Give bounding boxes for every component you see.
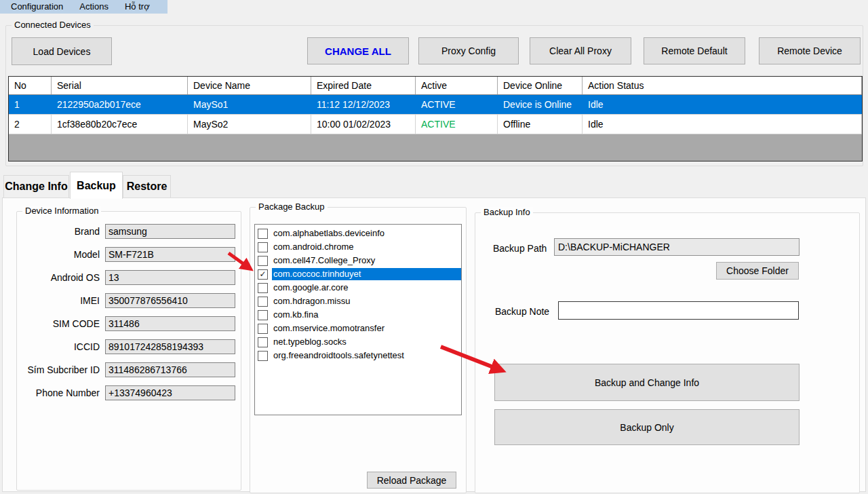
device-field-row: Brand: [17, 224, 235, 239]
package-name: com.hdragon.missu: [272, 295, 461, 307]
table-cell-expired_date: 10:00 01/02/2023: [311, 115, 416, 134]
table-cell-device_name: MaySo1: [188, 95, 311, 114]
device-field-label: Model: [17, 249, 105, 260]
load-devices-button[interactable]: Load Devices: [12, 37, 112, 65]
device-field-row: Phone Number: [17, 385, 235, 400]
package-item[interactable]: com.hdragon.missu: [255, 294, 461, 308]
device-field-value[interactable]: [105, 339, 235, 354]
package-item[interactable]: com.cell47.College_Proxy: [255, 254, 461, 267]
package-item[interactable]: com.kb.fina: [255, 308, 461, 322]
device-field-label: Brand: [17, 226, 105, 237]
table-cell-serial: 2122950a2b017ece: [52, 95, 188, 114]
device-field-row: ICCID: [17, 339, 235, 354]
package-checkbox[interactable]: [258, 229, 268, 239]
package-item[interactable]: com.android.chrome: [255, 240, 461, 254]
menu-bar: ConfigurationActionsHỗ trợ: [0, 0, 868, 14]
table-cell-device_name: MaySo2: [188, 115, 311, 134]
backup-info-title: Backup Info: [481, 207, 533, 218]
device-field-label: Android OS: [17, 272, 105, 283]
package-name: net.typeblog.socks: [272, 336, 461, 348]
backup-and-change-info-button[interactable]: Backup and Change Info: [494, 364, 800, 401]
device-field-label: SIM CODE: [17, 318, 105, 329]
column-header: Expired Date: [311, 77, 416, 94]
choose-folder-button[interactable]: Choose Folder: [716, 262, 799, 280]
package-checkbox[interactable]: ✓: [258, 269, 268, 280]
backup-only-button[interactable]: Backup Only: [494, 409, 800, 445]
package-checkbox[interactable]: [258, 310, 268, 320]
package-name: com.cell47.College_Proxy: [272, 254, 461, 267]
table-cell-active: ACTIVE: [416, 95, 498, 114]
device-field-value[interactable]: [105, 385, 235, 400]
device-field-value[interactable]: [105, 362, 235, 377]
package-name: com.android.chrome: [272, 241, 461, 253]
device-field-value[interactable]: [105, 270, 235, 285]
table-row[interactable]: 21cf38e80b20c7eceMaySo210:00 01/02/2023A…: [9, 115, 862, 134]
tab-change-info[interactable]: Change Info: [3, 175, 69, 197]
package-item[interactable]: org.freeandroidtools.safetynettest: [255, 349, 461, 362]
remote-default-button[interactable]: Remote Default: [644, 37, 745, 64]
device-field-label: Phone Number: [17, 387, 105, 398]
package-checkbox[interactable]: [258, 351, 268, 361]
change-all-button[interactable]: CHANGE ALL: [307, 37, 409, 64]
table-cell-action_status: Idle: [583, 115, 862, 134]
device-field-label: Sím Subcriber ID: [17, 364, 105, 375]
backup-info-group: Backup Info Backup Path Choose Folder Ba…: [475, 212, 860, 493]
column-header: No: [9, 77, 52, 94]
table-cell-serial: 1cf38e80b20c7ece: [52, 115, 188, 134]
column-header: Device Online: [498, 77, 583, 94]
column-header: Action Status: [583, 77, 862, 94]
backup-note-label: Backup Note: [495, 306, 549, 317]
connected-devices-title: Connected Devices: [12, 20, 94, 31]
package-checkbox[interactable]: [258, 297, 268, 307]
column-header: Device Name: [188, 77, 311, 94]
remote-device-button[interactable]: Remote Device: [759, 37, 861, 64]
reload-package-button[interactable]: Reload Package: [367, 472, 456, 489]
package-item[interactable]: ✓com.coccoc.trinhduyet: [255, 267, 461, 281]
device-field-label: IMEI: [17, 295, 105, 306]
device-field-value[interactable]: [105, 316, 235, 331]
menu-item-1[interactable]: Actions: [71, 0, 117, 14]
package-checkbox[interactable]: [258, 283, 268, 293]
column-header: Active: [416, 77, 498, 94]
device-field-value[interactable]: [105, 293, 235, 308]
package-item[interactable]: net.typeblog.socks: [255, 335, 461, 349]
menu-item-0[interactable]: Configuration: [3, 0, 71, 14]
device-field-value[interactable]: [105, 247, 235, 262]
table-cell-device_online: Device is Online: [498, 95, 583, 114]
clear-all-proxy-button[interactable]: Clear All Proxy: [530, 37, 631, 64]
table-cell-action_status: Idle: [583, 95, 862, 114]
table-cell-no: 1: [9, 95, 52, 114]
menu-strip: ConfigurationActionsHỗ trợ: [0, 0, 167, 14]
table-row[interactable]: 12122950a2b017eceMaySo111:12 12/12/2023A…: [9, 95, 862, 115]
backup-note-field[interactable]: [558, 301, 799, 320]
package-item[interactable]: com.mservice.momotransfer: [255, 322, 461, 335]
devices-table: NoSerialDevice NameExpired DateActiveDev…: [8, 76, 863, 162]
package-checkbox[interactable]: [258, 337, 268, 347]
package-name: com.google.ar.core: [272, 282, 461, 294]
package-item[interactable]: com.alphabetlabs.deviceinfo: [255, 227, 461, 240]
package-item[interactable]: com.google.ar.core: [255, 281, 461, 294]
device-field-row: Sím Subcriber ID: [17, 362, 235, 377]
package-checkbox[interactable]: [258, 242, 268, 252]
package-checkbox[interactable]: [258, 256, 268, 266]
device-field-row: SIM CODE: [17, 316, 235, 331]
devices-table-header: NoSerialDevice NameExpired DateActiveDev…: [9, 77, 862, 95]
table-cell-expired_date: 11:12 12/12/2023: [311, 95, 416, 114]
package-list[interactable]: com.alphabetlabs.deviceinfocom.android.c…: [254, 224, 462, 415]
device-field-value[interactable]: [105, 224, 235, 239]
proxy-config-button[interactable]: Proxy Config: [418, 37, 519, 64]
backup-path-label: Backup Path: [493, 243, 547, 254]
column-header: Serial: [52, 77, 188, 94]
device-field-row: Model: [17, 247, 235, 262]
package-name: com.coccoc.trinhduyet: [272, 268, 461, 280]
package-name: com.alphabetlabs.deviceinfo: [272, 227, 461, 240]
device-field-row: Android OS: [17, 270, 235, 285]
table-cell-device_online: Offline: [498, 115, 583, 134]
tab-restore[interactable]: Restore: [123, 175, 171, 197]
package-checkbox[interactable]: [258, 324, 268, 334]
menu-item-2[interactable]: Hỗ trợ: [117, 0, 158, 14]
table-cell-no: 2: [9, 115, 52, 134]
backup-path-field[interactable]: [554, 238, 800, 256]
tab-backup[interactable]: Backup: [70, 172, 123, 199]
package-backup-group: Package Backup com.alphabetlabs.devicein…: [250, 207, 467, 493]
